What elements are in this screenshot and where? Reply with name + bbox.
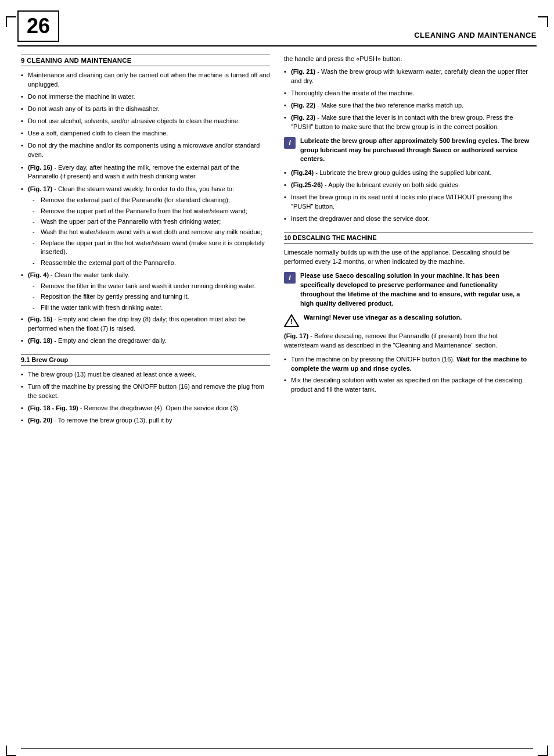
corner-mark-bl	[6, 746, 16, 756]
info-box-2-text: Please use Saeco descaling solution in y…	[300, 271, 533, 309]
fig17-intro-text: - Clean the steam wand weekly. In order …	[52, 185, 234, 192]
fig24-bold: (Fig.24)	[291, 169, 314, 176]
fig17-descaling-bold: (Fig. 17)	[284, 332, 308, 339]
fig23-text: - Make sure that the lever is in contact…	[291, 114, 513, 130]
left-column: 9 CLEANING AND MAINTENANCE Maintenance a…	[21, 55, 270, 429]
info-box-1-text: Lubricate the brew group after approxima…	[300, 137, 533, 164]
fig17-dash-list: Remove the external part of the Pannarel…	[33, 196, 270, 267]
dash-item: Replace the upper part in the hot water/…	[33, 239, 270, 257]
list-item-fig22: (Fig. 22) - Make sure that the two refer…	[284, 101, 533, 110]
warning-text: Warning! Never use vinegar as a descalin…	[304, 313, 533, 323]
fig1819-text: - Remove the dregdrawer (4). Open the se…	[78, 404, 240, 411]
list-item: Turn off the machine by pressing the ON/…	[21, 382, 270, 401]
fig17-list: (Fig. 17) - Clean the steam wand weekly.…	[21, 185, 270, 267]
list-item-insert-brew: Insert the brew group in its seat until …	[284, 193, 533, 212]
corner-mark-br	[538, 746, 548, 756]
corner-mark-tl	[6, 16, 16, 27]
dash-item: Remove the filter in the water tank and …	[33, 282, 270, 291]
warning-box: ! Warning! Never use vinegar as a descal…	[284, 313, 533, 327]
dash-item: Reassemble the external part of the Pann…	[33, 259, 270, 267]
fig18-text: - Empty and clean the dregdrawer daily.	[52, 337, 167, 344]
descaling-item-1: Turn the machine on by pressing the ON/O…	[284, 355, 533, 374]
list-item-fig16: (Fig. 16) - Every day, after heating the…	[21, 163, 270, 182]
fig22-bold: (Fig. 22)	[291, 102, 315, 109]
fig2526-bold: (Fig.25-26)	[291, 181, 323, 188]
fig18-bold: (Fig. 18)	[28, 337, 52, 344]
fig16-list: (Fig. 16) - Every day, after heating the…	[21, 163, 270, 182]
section10-header: 10 DESCALING THE MACHINE	[284, 232, 533, 243]
list-item-fig15: (Fig. 15) - Empty and clean the drip tra…	[21, 315, 270, 334]
fig16-bold: (Fig. 16)	[28, 164, 52, 171]
warning-icon: !	[284, 314, 299, 327]
list-item: (Fig. 20) - To remove the brew group (13…	[21, 416, 270, 425]
list-item: Do not immerse the machine in water.	[21, 92, 270, 102]
fig20-bold: (Fig. 20)	[28, 417, 52, 424]
descaling-item-2: Mix the descaling solution with water as…	[284, 376, 533, 395]
info-icon-1: i	[284, 137, 296, 149]
info-box1-bold-text: Lubricate the brew group after approxima…	[300, 137, 529, 163]
list-item-fig24: (Fig.24) - Lubricate the brew group guid…	[284, 169, 533, 178]
fig23-bold: (Fig. 23)	[291, 114, 315, 121]
warning-label: Warning! Never use vinegar as a descalin…	[304, 314, 462, 321]
fig20-text: - To remove the brew group (13), pull it…	[52, 417, 172, 424]
info-box-1: i Lubricate the brew group after approxi…	[284, 137, 533, 164]
right-intro: the handle and press the «PUSH» button.	[284, 55, 533, 64]
list-item: Do not use alcohol, solvents, and/or abr…	[21, 117, 270, 126]
right-column: the handle and press the «PUSH» button. …	[284, 55, 533, 429]
right-bullets2: (Fig.24) - Lubricate the brew group guid…	[284, 169, 533, 224]
section10-intro: Limescale normally builds up with the us…	[284, 248, 533, 267]
page-header: 26 CLEANING AND MAINTENANCE	[17, 10, 537, 46]
fig17-descaling-rest: - Before descaling, remove the Pannarell…	[284, 332, 498, 349]
svg-text:!: !	[290, 318, 293, 326]
fig21-text: - Wash the brew group with lukewarm wate…	[291, 68, 528, 84]
list-item-fig18: (Fig. 18) - Empty and clean the dregdraw…	[21, 336, 270, 346]
fig24-text: - Lubricate the brew group guides using …	[314, 169, 491, 176]
descaling-bullets: Turn the machine on by pressing the ON/O…	[284, 355, 533, 395]
fig21-bold: (Fig. 21)	[291, 68, 315, 75]
fig16-text: - Every day, after heating the milk, rem…	[28, 164, 239, 180]
list-item-fig21: (Fig. 21) - Wash the brew group with luk…	[284, 67, 533, 86]
list-item: Use a soft, dampened cloth to clean the …	[21, 129, 270, 138]
main-content: 9 CLEANING AND MAINTENANCE Maintenance a…	[0, 46, 554, 440]
list-item-fig17: (Fig. 17) - Clean the steam wand weekly.…	[21, 185, 270, 267]
info-box-2: i Please use Saeco descaling solution in…	[284, 271, 533, 309]
list-item-fig23: (Fig. 23) - Make sure that the lever is …	[284, 113, 533, 132]
fig17-descaling-text: (Fig. 17) - Before descaling, remove the…	[284, 332, 533, 350]
section9-list: Maintenance and cleaning can only be car…	[21, 71, 270, 160]
info-box2-bold-text: Please use Saeco descaling solution in y…	[300, 272, 520, 307]
section91-header: 9.1 Brew Group	[21, 354, 270, 366]
fig4-dash-list: Remove the filter in the water tank and …	[33, 282, 270, 312]
bottom-rule	[21, 748, 533, 749]
info-icon-2: i	[284, 272, 296, 284]
page-number: 26	[17, 10, 59, 42]
list-item-thorough: Thoroughly clean the inside of the machi…	[284, 89, 533, 98]
fig4-bold: (Fig. 4)	[28, 271, 49, 278]
list-item: Do not dry the machine and/or its compon…	[21, 141, 270, 160]
fig15-bold: (Fig. 15)	[28, 316, 52, 323]
corner-mark-tr	[538, 16, 548, 27]
list-item: (Fig. 18 - Fig. 19) - Remove the dregdra…	[21, 404, 270, 413]
list-item-fig2526: (Fig.25-26) - Apply the lubricant evenly…	[284, 181, 533, 190]
warning-triangle-svg: !	[284, 314, 299, 327]
list-item-insert-dreg: Insert the dregdrawer and close the serv…	[284, 214, 533, 224]
list-item: Maintenance and cleaning can only be car…	[21, 71, 270, 89]
section9-header: 9 CLEANING AND MAINTENANCE	[21, 55, 270, 66]
dash-item: Wash the hot water/steam wand with a wet…	[33, 228, 270, 237]
dash-item: Remove the external part of the Pannarel…	[33, 196, 270, 205]
dash-item: Remove the upper part of the Pannarello …	[33, 207, 270, 216]
list-item: Do not wash any of its parts in the dish…	[21, 105, 270, 114]
page: 26 CLEANING AND MAINTENANCE 9 CLEANING A…	[0, 10, 554, 756]
fig4-text: - Clean the water tank daily.	[49, 271, 129, 278]
dash-item: Reposition the filter by gently pressing…	[33, 292, 270, 301]
list-item: The brew group (13) must be cleaned at l…	[21, 370, 270, 379]
descaling-text1a: Turn the machine on by pressing the ON/O…	[291, 356, 456, 363]
fig22-text: - Make sure that the two reference marks…	[315, 102, 463, 109]
dash-item: Fill the water tank with fresh drinking …	[33, 303, 270, 312]
header-title: CLEANING AND MAINTENANCE	[66, 10, 537, 42]
list-item-fig4: (Fig. 4) - Clean the water tank daily. R…	[21, 271, 270, 312]
section91-list: The brew group (13) must be cleaned at l…	[21, 370, 270, 425]
right-bullets1: (Fig. 21) - Wash the brew group with luk…	[284, 67, 533, 132]
fig2526-text: - Apply the lubricant evenly on both sid…	[323, 181, 460, 188]
fig15-text: - Empty and clean the drip tray (8) dail…	[28, 316, 246, 332]
fig1819-bold: (Fig. 18 - Fig. 19)	[28, 404, 78, 411]
